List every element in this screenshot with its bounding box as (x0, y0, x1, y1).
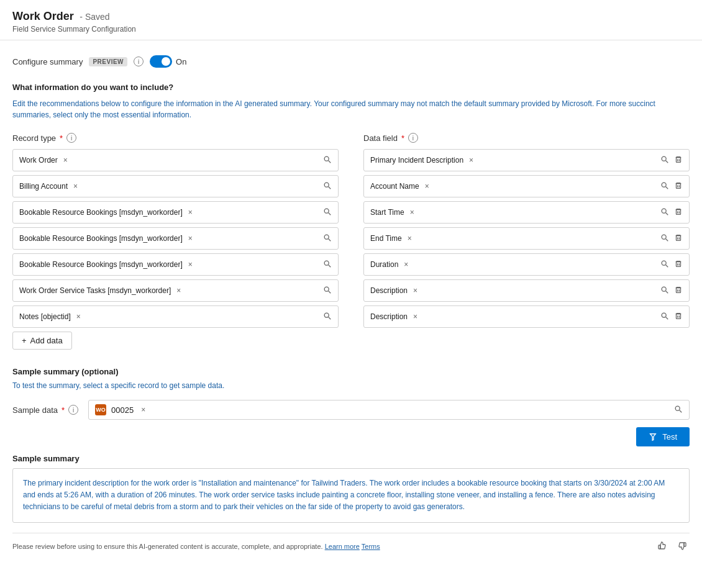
record-close-2[interactable]: × (186, 208, 194, 217)
data-search-2[interactable] (660, 207, 669, 218)
record-search-4[interactable] (323, 260, 332, 270)
record-close-6[interactable]: × (75, 312, 83, 321)
data-close-1[interactable]: × (423, 182, 431, 191)
data-delete-4[interactable] (674, 260, 683, 270)
record-row-3: Bookable Resource Bookings [msdyn_workor… (12, 227, 339, 250)
sample-section: Sample summary (optional) To test the su… (12, 367, 690, 554)
record-close-4[interactable]: × (186, 260, 194, 269)
svg-point-6 (324, 235, 329, 239)
svg-line-3 (329, 186, 331, 189)
data-row-1: Account Name × (363, 175, 690, 197)
thumbs-down-button[interactable] (675, 540, 690, 554)
data-close-4[interactable]: × (402, 260, 410, 269)
record-search-3[interactable] (323, 233, 332, 244)
record-tag-6: Notes [objectid] (19, 312, 71, 321)
record-search-1[interactable] (323, 181, 332, 192)
record-tag-3: Bookable Resource Bookings [msdyn_workor… (19, 234, 183, 243)
sample-data-input: WO 00025 × (88, 400, 690, 420)
data-tag-2: Start Time (370, 208, 404, 217)
svg-line-11 (329, 291, 331, 293)
svg-line-9 (329, 265, 331, 267)
configure-info-icon[interactable]: i (134, 57, 144, 66)
svg-point-2 (324, 183, 329, 187)
saved-label: - Saved (80, 12, 109, 22)
data-delete-6[interactable] (674, 312, 683, 322)
record-search-6[interactable] (323, 312, 332, 322)
svg-rect-31 (677, 235, 681, 240)
header-title-row: Work Order - Saved (12, 10, 690, 23)
data-close-3[interactable]: × (406, 234, 414, 243)
add-data-button[interactable]: + Add data (12, 332, 72, 350)
record-tag-1: Billing Account (19, 182, 68, 191)
record-close-5[interactable]: × (175, 286, 183, 295)
sample-record-close[interactable]: × (141, 405, 145, 414)
data-search-3[interactable] (660, 233, 669, 244)
add-data-plus: + (22, 336, 27, 345)
svg-rect-21 (677, 183, 681, 188)
summary-toggle[interactable] (150, 55, 172, 68)
data-search-1[interactable] (660, 181, 669, 192)
svg-point-0 (324, 156, 329, 161)
sample-record-value: 00025 (111, 405, 134, 415)
svg-rect-16 (677, 157, 681, 162)
sample-summary-desc: To test the summary, select a specific r… (12, 381, 690, 390)
test-icon (649, 433, 657, 441)
svg-line-35 (666, 265, 668, 267)
data-close-2[interactable]: × (408, 208, 416, 217)
data-search-6[interactable] (660, 312, 669, 322)
record-row-4: Bookable Resource Bookings [msdyn_workor… (12, 253, 339, 276)
record-close-0[interactable]: × (62, 156, 70, 165)
data-delete-0[interactable] (674, 155, 683, 166)
data-tag-6: Description (370, 312, 408, 321)
test-btn-row: Test (12, 427, 690, 446)
svg-rect-51 (659, 545, 660, 549)
sample-search-icon[interactable] (674, 405, 683, 415)
svg-line-50 (680, 410, 682, 412)
data-search-0[interactable] (660, 155, 669, 166)
data-row-2: Start Time × (363, 201, 690, 224)
data-delete-1[interactable] (674, 181, 683, 192)
data-search-4[interactable] (660, 260, 669, 270)
svg-point-19 (662, 183, 666, 187)
data-delete-5[interactable] (674, 286, 683, 296)
record-row-1: Billing Account × (12, 175, 339, 197)
svg-rect-46 (677, 314, 681, 319)
sample-summary-result-title: Sample summary (12, 454, 690, 463)
data-close-5[interactable]: × (411, 286, 419, 295)
data-close-0[interactable]: × (467, 156, 475, 165)
data-search-5[interactable] (660, 286, 669, 296)
record-type-info-icon[interactable]: i (66, 133, 76, 143)
page-container: Work Order - Saved Field Service Summary… (0, 0, 702, 588)
test-button[interactable]: Test (636, 427, 690, 446)
svg-line-1 (329, 160, 331, 163)
data-tag-0: Primary Incident Description (370, 156, 463, 165)
record-search-2[interactable] (323, 207, 332, 218)
summary-text: The primary incident description for the… (23, 479, 665, 511)
learn-more-link[interactable]: Learn more (325, 543, 360, 550)
svg-point-44 (662, 313, 666, 317)
record-close-1[interactable]: × (71, 182, 80, 191)
svg-point-4 (324, 209, 329, 213)
summary-feedback (655, 540, 690, 554)
configure-label: Configure summary (12, 57, 83, 66)
svg-line-20 (666, 186, 668, 189)
svg-line-40 (666, 291, 668, 293)
data-delete-2[interactable] (674, 207, 683, 218)
svg-line-25 (666, 212, 668, 215)
data-close-6[interactable]: × (411, 312, 419, 321)
svg-rect-41 (677, 287, 681, 292)
sample-data-info-icon[interactable]: i (68, 405, 78, 415)
sample-summary-title: Sample summary (optional) (12, 367, 690, 376)
record-close-3[interactable]: × (186, 234, 194, 243)
terms-link[interactable]: Terms (362, 543, 380, 550)
data-tag-1: Account Name (370, 182, 419, 191)
thumbs-up-button[interactable] (655, 540, 670, 554)
svg-point-29 (662, 235, 666, 239)
svg-point-12 (324, 313, 329, 317)
data-field-header: Data field * i (363, 133, 690, 143)
data-field-info-icon[interactable]: i (408, 133, 418, 143)
record-search-0[interactable] (323, 155, 332, 166)
summary-footer-text: Please review before using to ensure thi… (12, 543, 380, 550)
data-delete-3[interactable] (674, 233, 683, 244)
record-search-5[interactable] (323, 286, 332, 296)
